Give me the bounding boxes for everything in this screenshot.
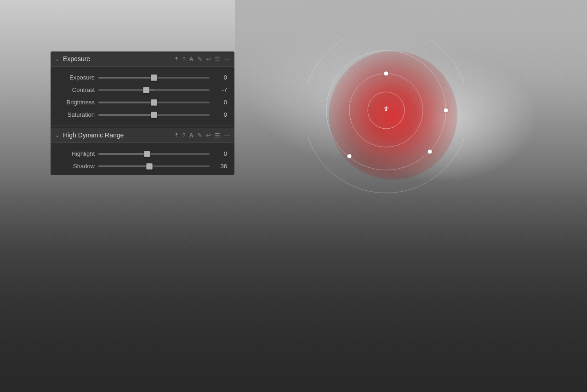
hdr-edit-icon[interactable]: ✎ — [197, 132, 202, 139]
brightness-fill — [98, 102, 154, 103]
exposure-header-icons: ? A ✎ ↩ ☰ ⋯ — [182, 56, 230, 62]
highlight-slider-track[interactable] — [98, 153, 210, 155]
exposure-help-icon[interactable]: ? — [182, 56, 185, 62]
hdr-reset-icon[interactable]: ↩ — [206, 132, 211, 139]
adjustment-panel: ⌄ Exposure 🖈 ? A ✎ ↩ ☰ ⋯ Exposure 0 Cont… — [51, 51, 234, 175]
exposure-more-icon[interactable]: ⋯ — [224, 56, 230, 62]
saturation-slider-row: Saturation 0 — [51, 108, 234, 121]
exposure-slider-row: Exposure 0 — [51, 71, 234, 84]
hdr-list-icon[interactable]: ☰ — [215, 132, 220, 139]
saturation-slider-track[interactable] — [98, 114, 210, 116]
exposure-section-header: ⌄ Exposure 🖈 ? A ✎ ↩ ☰ ⋯ — [51, 51, 234, 67]
exposure-fill — [98, 77, 154, 79]
saturation-value: 0 — [213, 111, 227, 118]
hdr-text-icon[interactable]: A — [189, 132, 194, 139]
shadow-fill — [98, 165, 149, 167]
hdr-collapse-chevron[interactable]: ⌄ — [55, 132, 59, 138]
exposure-value: 0 — [213, 74, 227, 81]
exposure-pin-icon: 🖈 — [174, 56, 179, 62]
exposure-edit-icon[interactable]: ✎ — [197, 56, 202, 62]
exposure-thumb[interactable] — [151, 74, 157, 81]
contrast-thumb[interactable] — [143, 87, 149, 93]
brightness-slider-row: Brightness 0 — [51, 96, 234, 108]
exposure-slider-track[interactable] — [98, 77, 210, 79]
saturation-thumb[interactable] — [151, 112, 157, 118]
brightness-thumb[interactable] — [151, 99, 157, 106]
svg-point-4 — [384, 71, 388, 76]
saturation-fill — [98, 114, 154, 116]
hdr-section-title: High Dynamic Range — [63, 131, 171, 139]
section-divider — [51, 125, 234, 126]
svg-point-5 — [444, 108, 448, 113]
exposure-collapse-chevron[interactable]: ⌄ — [55, 56, 59, 62]
shadow-label: Shadow — [58, 163, 95, 170]
hdr-sliders: Highlight 0 Shadow 36 — [51, 143, 234, 175]
exposure-text-icon[interactable]: A — [189, 56, 194, 62]
brightness-label: Brightness — [58, 99, 95, 106]
shadow-slider-row: Shadow 36 — [51, 160, 234, 172]
shadow-value: 36 — [213, 163, 227, 170]
highlight-slider-row: Highlight 0 — [51, 148, 234, 160]
contrast-slider-row: Contrast -7 — [51, 84, 234, 96]
svg-point-7 — [347, 154, 352, 159]
hdr-section-header: ⌄ High Dynamic Range 🖈 ? A ✎ ↩ ☰ ⋯ — [51, 128, 234, 143]
highlight-value: 0 — [213, 150, 227, 157]
highlight-label: Highlight — [58, 150, 95, 157]
exposure-reset-icon[interactable]: ↩ — [206, 56, 211, 62]
contrast-label: Contrast — [58, 86, 95, 93]
exposure-label: Exposure — [58, 74, 95, 81]
shadow-slider-track[interactable] — [98, 165, 210, 167]
highlight-thumb[interactable] — [144, 151, 150, 157]
exposure-section-title: Exposure — [63, 55, 171, 62]
svg-point-10 — [385, 109, 387, 111]
hdr-header-icons: ? A ✎ ↩ ☰ ⋯ — [182, 132, 230, 139]
contrast-value: -7 — [213, 86, 227, 93]
circles-overlay — [308, 39, 464, 195]
brightness-value: 0 — [213, 99, 227, 106]
contrast-slider-track[interactable] — [98, 89, 210, 91]
brightness-slider-track[interactable] — [98, 102, 210, 103]
svg-point-6 — [427, 149, 432, 154]
highlight-fill — [98, 153, 147, 155]
shadow-thumb[interactable] — [146, 163, 153, 170]
hdr-help-icon[interactable]: ? — [182, 132, 185, 139]
saturation-label: Saturation — [58, 111, 95, 118]
exposure-list-icon[interactable]: ☰ — [215, 56, 220, 62]
hdr-pin-icon: 🖈 — [174, 132, 179, 138]
exposure-sliders: Exposure 0 Contrast -7 Brightness 0 — [51, 67, 234, 124]
hdr-more-icon[interactable]: ⋯ — [224, 132, 230, 139]
